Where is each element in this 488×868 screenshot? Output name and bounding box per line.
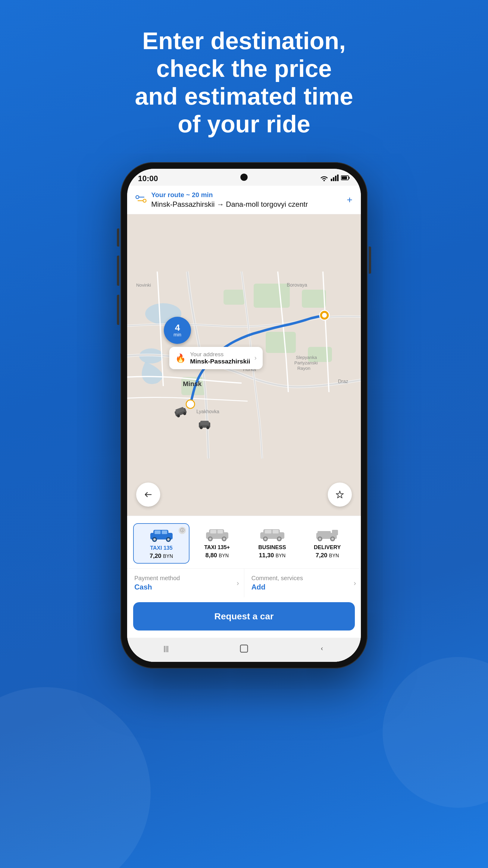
payment-value: Cash [134, 583, 237, 591]
payment-chevron-icon: › [237, 579, 239, 587]
wifi-icon [320, 175, 328, 183]
volume-up-button [117, 228, 119, 247]
svg-rect-3 [337, 175, 338, 181]
svg-rect-2 [335, 176, 336, 181]
svg-text:Horka: Horka [243, 367, 256, 372]
nav-home-button[interactable] [236, 643, 252, 655]
svg-rect-43 [162, 530, 167, 534]
route-arrow: → [217, 200, 226, 208]
svg-point-7 [136, 195, 139, 198]
svg-rect-0 [331, 179, 332, 181]
svg-rect-59 [272, 530, 279, 533]
map-area[interactable]: Kamarowka Zalataja Horka Slepyanka Party… [127, 214, 361, 516]
ride-option-taxi135plus[interactable]: TAXI 135+ 8,80 BYN [190, 523, 245, 564]
svg-rect-58 [265, 530, 271, 533]
svg-rect-12 [254, 284, 290, 308]
svg-text:Slepyanka: Slepyanka [296, 355, 317, 360]
hero-title: Enter destination, check the price and e… [111, 27, 378, 138]
status-bar: 10:00 [127, 169, 361, 186]
route-info: Your route ~ 20 min Minsk-Passazhirskii … [151, 191, 342, 209]
route-from: Minsk-Passazhirskii [151, 200, 215, 208]
svg-rect-50 [210, 530, 216, 533]
svg-rect-51 [218, 530, 223, 533]
nav-recents-button[interactable]: ||| [158, 643, 173, 655]
business-price: 11,30 BYN [259, 552, 286, 559]
svg-rect-13 [302, 290, 326, 308]
volume-down-button [117, 255, 119, 286]
nav-back-button[interactable]: ‹ [315, 643, 330, 655]
business-name: BUSINESS [258, 544, 286, 551]
taxi135plus-name: TAXI 135+ [204, 544, 230, 551]
svg-point-55 [223, 538, 225, 540]
power-button [369, 247, 371, 274]
ride-option-business[interactable]: BUSINESS 11,30 BYN [245, 523, 300, 564]
status-icons [320, 175, 350, 183]
ride-options-container: ⓘ TAXI 135 7,20 [127, 516, 361, 568]
taxi135-name: TAXI 135 [150, 545, 173, 551]
route-swap-icon [135, 195, 147, 205]
svg-text:Borovaya: Borovaya [287, 282, 307, 287]
svg-text:Rayon: Rayon [297, 366, 310, 371]
request-car-button[interactable]: Request a car [133, 602, 355, 630]
signal-icon [331, 175, 338, 183]
phone-screen: 10:00 [127, 169, 361, 662]
svg-point-19 [322, 313, 327, 318]
delivery-name: DELIVERY [314, 544, 341, 551]
svg-rect-66 [318, 531, 331, 535]
add-destination-button[interactable]: + [347, 194, 352, 206]
route-path: Minsk-Passazhirskii → Dana-moll torgovyi… [151, 200, 342, 209]
svg-point-8 [143, 199, 146, 202]
ride-option-delivery[interactable]: DELIVERY 7,20 BYN [300, 523, 355, 564]
payment-method-cell[interactable]: Payment method Cash › [127, 569, 244, 597]
svg-point-20 [186, 400, 195, 408]
comment-value: Add [252, 583, 354, 591]
svg-point-39 [206, 426, 209, 429]
route-label: Your route [151, 191, 184, 198]
phone-mockup: 10:00 [121, 162, 367, 669]
svg-text:Partyzanski: Partyzanski [294, 360, 318, 365]
comment-chevron-icon: › [354, 579, 356, 587]
battery-icon [341, 175, 350, 182]
svg-rect-42 [155, 530, 161, 534]
route-header: Your route ~ 20 min Minsk-Passazhirskii … [127, 186, 361, 214]
svg-text:Novinki: Novinki [136, 282, 151, 287]
svg-point-70 [331, 538, 334, 540]
svg-rect-1 [333, 177, 334, 181]
svg-text:Lyakhovka: Lyakhovka [196, 409, 219, 414]
svg-point-10 [145, 303, 181, 324]
bottom-panel: ⓘ TAXI 135 7,20 [127, 516, 361, 662]
route-time: Your route ~ 20 min [151, 191, 342, 199]
nav-bar: ||| ‹ [127, 638, 361, 662]
svg-point-53 [209, 538, 212, 540]
svg-point-38 [200, 426, 203, 429]
camera-hole [240, 174, 248, 181]
service-row: Payment method Cash › Comment, services … [127, 568, 361, 597]
svg-point-61 [264, 538, 267, 540]
svg-rect-17 [224, 290, 245, 305]
svg-text:Zalataja: Zalataja [241, 361, 259, 366]
svg-point-63 [278, 538, 281, 540]
taxi135-price: 7,20 BYN [150, 553, 173, 559]
svg-rect-14 [266, 332, 296, 353]
svg-text:Draz: Draz [338, 379, 348, 384]
info-icon[interactable]: ⓘ [178, 527, 186, 534]
comment-cell[interactable]: Comment, services Add › [244, 569, 361, 597]
svg-text:Minsk: Minsk [183, 380, 202, 388]
svg-rect-71 [240, 645, 248, 652]
route-to: Dana-moll torgovyi czentr [226, 200, 308, 208]
svg-text:Kamarowka: Kamarowka [221, 350, 250, 355]
svg-rect-5 [349, 177, 350, 179]
svg-rect-37 [200, 421, 209, 425]
delivery-price: 7,20 BYN [316, 552, 339, 559]
taxi135plus-price: 8,80 BYN [205, 552, 229, 559]
svg-point-68 [319, 538, 321, 540]
svg-point-45 [153, 538, 156, 541]
ride-option-taxi135[interactable]: ⓘ TAXI 135 7,20 [133, 523, 190, 564]
comment-label: Comment, services [252, 575, 354, 582]
payment-label: Payment method [134, 575, 237, 582]
svg-point-47 [167, 538, 170, 541]
phone-body: 10:00 [121, 162, 367, 669]
status-time: 10:00 [138, 174, 158, 183]
svg-rect-6 [341, 176, 347, 179]
silent-button [117, 295, 119, 325]
